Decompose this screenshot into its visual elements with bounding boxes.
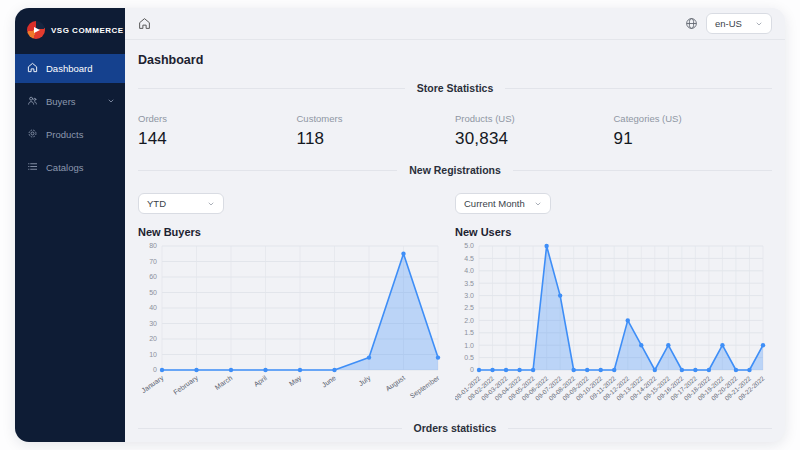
chevron-down-icon	[207, 200, 215, 208]
svg-text:30: 30	[149, 320, 157, 327]
svg-text:August: August	[384, 374, 406, 393]
svg-text:10: 10	[149, 351, 157, 358]
breadcrumb-home-icon[interactable]	[138, 17, 151, 30]
chart-title: New Buyers	[138, 226, 455, 238]
stat-label: Orders	[138, 113, 297, 124]
sidebar-item-label: Buyers	[46, 96, 76, 107]
svg-text:70: 70	[149, 258, 157, 265]
svg-text:0: 0	[153, 366, 157, 373]
section-title: New Registrations	[409, 164, 501, 176]
stat-value: 118	[297, 129, 456, 149]
svg-text:1.5: 1.5	[464, 329, 474, 336]
stat-value: 91	[614, 129, 773, 149]
svg-text:80: 80	[149, 242, 157, 249]
stat-label: Customers	[297, 113, 456, 124]
sidebar-item-label: Catalogs	[46, 162, 84, 173]
svg-text:50: 50	[149, 289, 157, 296]
svg-text:July: July	[357, 374, 372, 388]
brand-logo-icon	[27, 21, 45, 39]
stat-label: Products (US)	[455, 113, 614, 124]
stat-customers: Customers 118	[297, 113, 456, 149]
stat-label: Categories (US)	[614, 113, 773, 124]
svg-text:0.5: 0.5	[464, 354, 474, 361]
svg-text:June: June	[321, 374, 338, 389]
chevron-down-icon	[534, 200, 542, 208]
svg-text:3.5: 3.5	[464, 280, 474, 287]
home-icon	[27, 62, 38, 75]
brand: VSG COMMERCE	[15, 8, 125, 54]
svg-text:4.5: 4.5	[464, 255, 474, 262]
new-buyers-chart-container: New Buyers 01020304050607080JanuaryFebru…	[138, 218, 455, 410]
svg-text:0: 0	[470, 366, 474, 373]
section-title: Orders statistics	[414, 422, 497, 434]
page-title: Dashboard	[138, 53, 772, 67]
section-header-store-statistics: Store Statistics	[138, 82, 772, 94]
stat-orders: Orders 144	[138, 113, 297, 149]
new-users-chart-container: New Users 00.51.01.52.02.53.03.54.04.55.…	[455, 218, 772, 410]
svg-text:40: 40	[149, 304, 157, 311]
sidebar-item-dashboard[interactable]: Dashboard	[15, 54, 125, 83]
svg-text:March: March	[214, 374, 234, 391]
sidebar-item-label: Products	[46, 129, 84, 140]
main-content: en-US Dashboard Store Statistics Orders …	[125, 8, 785, 442]
svg-text:April: April	[253, 374, 269, 389]
svg-text:February: February	[172, 374, 200, 397]
svg-text:2.5: 2.5	[464, 304, 474, 311]
charts-row: New Buyers 01020304050607080JanuaryFebru…	[138, 218, 772, 410]
stat-categories-us: Categories (US) 91	[614, 113, 773, 149]
svg-text:1.0: 1.0	[464, 342, 474, 349]
globe-icon	[685, 17, 698, 30]
buyers-range-select-value: YTD	[147, 198, 166, 209]
language-select-value: en-US	[715, 18, 742, 29]
app-window: VSG COMMERCE Dashboard Buyers Products C…	[15, 8, 785, 442]
brand-name: VSG COMMERCE	[51, 26, 124, 35]
new-buyers-chart: 01020304050607080JanuaryFebruaryMarchApr…	[138, 240, 446, 406]
buyers-range-select[interactable]: YTD	[138, 193, 224, 214]
new-users-chart: 00.51.01.52.02.53.03.54.04.55.009-01-202…	[455, 240, 771, 406]
users-range-select[interactable]: Current Month	[455, 193, 551, 214]
section-header-orders-statistics: Orders statistics	[138, 422, 772, 434]
stat-value: 144	[138, 129, 297, 149]
svg-text:January: January	[140, 374, 165, 395]
list-icon	[27, 161, 38, 174]
language-select[interactable]: en-US	[706, 13, 772, 34]
chevron-down-icon	[755, 20, 763, 28]
sidebar-item-products[interactable]: Products	[15, 120, 125, 149]
svg-text:60: 60	[149, 273, 157, 280]
stats-row: Orders 144 Customers 118 Products (US) 3…	[138, 113, 772, 149]
stat-value: 30,834	[455, 129, 614, 149]
section-title: Store Statistics	[417, 82, 493, 94]
sidebar-item-catalogs[interactable]: Catalogs	[15, 153, 125, 182]
svg-text:September: September	[409, 374, 442, 401]
svg-text:May: May	[288, 374, 304, 388]
section-header-new-registrations: New Registrations	[138, 164, 772, 176]
svg-text:3.0: 3.0	[464, 292, 474, 299]
topbar: en-US	[125, 8, 785, 40]
svg-text:5.0: 5.0	[464, 242, 474, 249]
gear-icon	[27, 128, 38, 141]
svg-text:2.0: 2.0	[464, 317, 474, 324]
sidebar-item-buyers[interactable]: Buyers	[15, 87, 125, 116]
chart-title: New Users	[455, 226, 772, 238]
chart-filters-row: YTD Current Month	[138, 193, 772, 214]
users-range-select-value: Current Month	[464, 198, 525, 209]
svg-text:20: 20	[149, 335, 157, 342]
users-icon	[27, 95, 38, 108]
sidebar: VSG COMMERCE Dashboard Buyers Products C…	[15, 8, 125, 442]
chevron-down-icon	[107, 96, 115, 107]
sidebar-nav: Dashboard Buyers Products Catalogs	[15, 54, 125, 182]
stat-products-us: Products (US) 30,834	[455, 113, 614, 149]
svg-text:4.0: 4.0	[464, 267, 474, 274]
sidebar-item-label: Dashboard	[46, 63, 92, 74]
